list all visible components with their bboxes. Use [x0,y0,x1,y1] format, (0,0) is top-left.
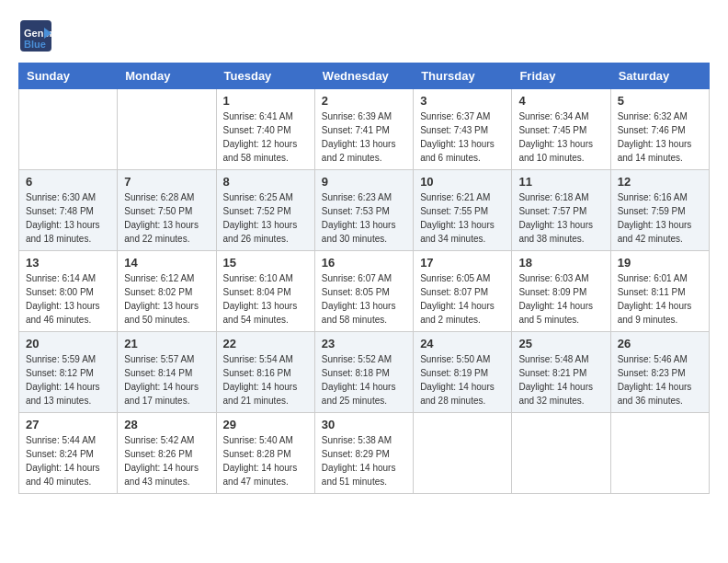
day-info: Sunrise: 6:16 AM Sunset: 7:59 PM Dayligh… [618,190,702,246]
calendar-cell: 30Sunrise: 5:38 AM Sunset: 8:29 PM Dayli… [314,413,413,494]
day-number: 26 [618,337,702,350]
day-info: Sunrise: 6:01 AM Sunset: 8:11 PM Dayligh… [618,271,702,327]
day-number: 3 [420,94,505,108]
svg-text:Blue: Blue [24,39,46,50]
calendar-cell [610,413,709,494]
calendar-cell: 20Sunrise: 5:59 AM Sunset: 8:12 PM Dayli… [19,332,118,413]
day-number: 12 [618,175,702,189]
calendar-cell: 6Sunrise: 6:30 AM Sunset: 7:48 PM Daylig… [19,170,118,251]
day-info: Sunrise: 6:21 AM Sunset: 7:55 PM Dayligh… [420,190,505,246]
day-info: Sunrise: 6:37 AM Sunset: 7:43 PM Dayligh… [420,109,505,165]
weekday-header: Saturday [610,63,709,89]
day-info: Sunrise: 5:59 AM Sunset: 8:12 PM Dayligh… [26,352,110,408]
calendar-cell [414,413,512,494]
day-number: 14 [124,256,209,270]
day-number: 8 [223,175,308,189]
day-number: 10 [420,175,505,189]
day-info: Sunrise: 5:52 AM Sunset: 8:18 PM Dayligh… [322,352,406,408]
calendar-cell: 28Sunrise: 5:42 AM Sunset: 8:26 PM Dayli… [118,413,216,494]
weekday-header: Tuesday [216,63,314,89]
calendar-cell: 12Sunrise: 6:16 AM Sunset: 7:59 PM Dayli… [610,170,709,251]
day-info: Sunrise: 6:14 AM Sunset: 8:00 PM Dayligh… [26,271,110,327]
calendar-cell: 3Sunrise: 6:37 AM Sunset: 7:43 PM Daylig… [414,89,512,170]
day-info: Sunrise: 6:25 AM Sunset: 7:52 PM Dayligh… [223,190,308,246]
calendar-cell: 10Sunrise: 6:21 AM Sunset: 7:55 PM Dayli… [414,170,512,251]
calendar-cell: 23Sunrise: 5:52 AM Sunset: 8:18 PM Dayli… [314,332,413,413]
calendar-cell: 26Sunrise: 5:46 AM Sunset: 8:23 PM Dayli… [610,332,709,413]
day-info: Sunrise: 6:18 AM Sunset: 7:57 PM Dayligh… [518,190,603,246]
day-number: 17 [420,256,505,270]
calendar-cell: 2Sunrise: 6:39 AM Sunset: 7:41 PM Daylig… [314,89,413,170]
day-info: Sunrise: 5:57 AM Sunset: 8:14 PM Dayligh… [124,352,209,408]
calendar-cell: 16Sunrise: 6:07 AM Sunset: 8:05 PM Dayli… [314,251,413,332]
calendar-cell: 13Sunrise: 6:14 AM Sunset: 8:00 PM Dayli… [19,251,118,332]
day-number: 29 [223,418,308,431]
calendar-cell: 15Sunrise: 6:10 AM Sunset: 8:04 PM Dayli… [216,251,314,332]
calendar-cell: 1Sunrise: 6:41 AM Sunset: 7:40 PM Daylig… [216,89,314,170]
day-info: Sunrise: 5:38 AM Sunset: 8:29 PM Dayligh… [322,433,406,488]
day-info: Sunrise: 5:40 AM Sunset: 8:28 PM Dayligh… [223,433,308,488]
day-info: Sunrise: 5:50 AM Sunset: 8:19 PM Dayligh… [420,352,505,408]
calendar-cell: 18Sunrise: 6:03 AM Sunset: 8:09 PM Dayli… [512,251,610,332]
calendar-cell: 29Sunrise: 5:40 AM Sunset: 8:28 PM Dayli… [216,413,314,494]
day-number: 13 [26,256,110,270]
day-number: 7 [124,175,209,189]
day-info: Sunrise: 6:12 AM Sunset: 8:02 PM Dayligh… [124,271,209,327]
day-number: 28 [124,418,209,431]
logo-icon: General Blue [18,18,53,53]
calendar-cell [118,89,216,170]
day-number: 6 [26,175,110,189]
weekday-header: Wednesday [314,63,413,89]
calendar-cell: 11Sunrise: 6:18 AM Sunset: 7:57 PM Dayli… [512,170,610,251]
day-number: 5 [618,94,702,108]
day-info: Sunrise: 6:32 AM Sunset: 7:46 PM Dayligh… [618,109,702,165]
calendar-cell: 27Sunrise: 5:44 AM Sunset: 8:24 PM Dayli… [19,413,118,494]
day-info: Sunrise: 5:42 AM Sunset: 8:26 PM Dayligh… [124,433,209,488]
day-number: 18 [518,256,603,270]
day-number: 19 [618,256,702,270]
day-number: 9 [322,175,406,189]
day-info: Sunrise: 6:34 AM Sunset: 7:45 PM Dayligh… [518,109,603,165]
calendar-cell [512,413,610,494]
calendar-cell: 21Sunrise: 5:57 AM Sunset: 8:14 PM Dayli… [118,332,216,413]
day-number: 30 [322,418,406,431]
day-info: Sunrise: 5:48 AM Sunset: 8:21 PM Dayligh… [518,352,603,408]
day-info: Sunrise: 6:10 AM Sunset: 8:04 PM Dayligh… [223,271,308,327]
weekday-header: Sunday [19,63,118,89]
calendar-cell: 7Sunrise: 6:28 AM Sunset: 7:50 PM Daylig… [118,170,216,251]
calendar-table: SundayMondayTuesdayWednesdayThursdayFrid… [18,63,710,494]
day-number: 16 [322,256,406,270]
calendar-cell: 17Sunrise: 6:05 AM Sunset: 8:07 PM Dayli… [414,251,512,332]
day-number: 20 [26,337,110,350]
day-number: 24 [420,337,505,350]
header: General Blue [18,18,710,53]
day-number: 23 [322,337,406,350]
day-number: 4 [518,94,603,108]
day-number: 21 [124,337,209,350]
calendar-cell: 5Sunrise: 6:32 AM Sunset: 7:46 PM Daylig… [610,89,709,170]
calendar-cell: 19Sunrise: 6:01 AM Sunset: 8:11 PM Dayli… [610,251,709,332]
logo: General Blue [18,18,53,53]
calendar-cell: 22Sunrise: 5:54 AM Sunset: 8:16 PM Dayli… [216,332,314,413]
day-number: 11 [518,175,603,189]
day-info: Sunrise: 6:05 AM Sunset: 8:07 PM Dayligh… [420,271,505,327]
day-info: Sunrise: 6:39 AM Sunset: 7:41 PM Dayligh… [322,109,406,165]
calendar-cell: 24Sunrise: 5:50 AM Sunset: 8:19 PM Dayli… [414,332,512,413]
calendar-cell: 14Sunrise: 6:12 AM Sunset: 8:02 PM Dayli… [118,251,216,332]
calendar-cell: 9Sunrise: 6:23 AM Sunset: 7:53 PM Daylig… [314,170,413,251]
day-number: 2 [322,94,406,108]
day-info: Sunrise: 6:30 AM Sunset: 7:48 PM Dayligh… [26,190,110,246]
weekday-header: Monday [118,63,216,89]
day-number: 27 [26,418,110,431]
calendar-cell: 25Sunrise: 5:48 AM Sunset: 8:21 PM Dayli… [512,332,610,413]
day-info: Sunrise: 6:03 AM Sunset: 8:09 PM Dayligh… [518,271,603,327]
day-info: Sunrise: 6:23 AM Sunset: 7:53 PM Dayligh… [322,190,406,246]
weekday-header: Thursday [414,63,512,89]
day-number: 1 [223,94,308,108]
weekday-header: Friday [512,63,610,89]
day-number: 25 [518,337,603,350]
calendar-cell: 4Sunrise: 6:34 AM Sunset: 7:45 PM Daylig… [512,89,610,170]
calendar-cell [19,89,118,170]
day-info: Sunrise: 6:28 AM Sunset: 7:50 PM Dayligh… [124,190,209,246]
day-number: 15 [223,256,308,270]
